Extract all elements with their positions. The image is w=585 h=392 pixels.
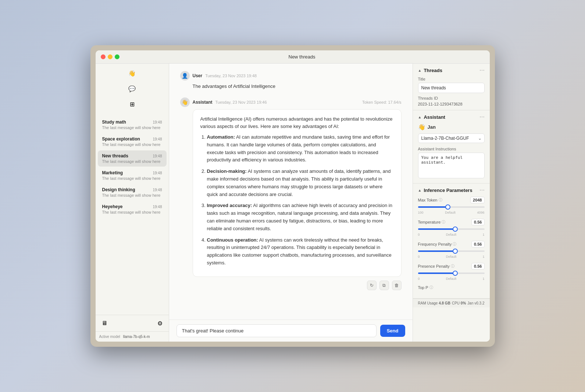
chat-input-area: Send: [169, 320, 413, 342]
window-title: New threads: [120, 54, 485, 60]
temperature-info-icon: ⓘ: [442, 220, 445, 225]
presence-penalty-param: Presence Penalty ⓘ 0.56 0: [418, 263, 485, 281]
assistant-avatar: 👋: [180, 97, 190, 107]
chat-messages: 👤 User Tuesday, 23 Nov 2023 19:48 The ad…: [169, 64, 413, 320]
send-button[interactable]: Send: [380, 325, 405, 337]
top-p-param: Top P ⓘ: [418, 285, 485, 290]
thread-item-marketing[interactable]: Marketing 19:48 The last message will sh…: [98, 167, 167, 183]
model-select[interactable]: Llama-2-7B-Chat-GGUF: [418, 133, 485, 143]
main-window: New threads 👋 💬 ⊞ Study math 19:48 The: [96, 50, 490, 342]
thread-item-heyeheye[interactable]: Heyeheye 19:48 The last message will sho…: [98, 201, 167, 217]
title-bar: New threads: [96, 50, 490, 64]
max-token-param: Max Token ⓘ 2048 100: [418, 197, 485, 214]
close-button[interactable]: [101, 54, 106, 59]
threads-panel-section: ▲ Threads ⋯ Title Threads ID 2023-11-12-…: [413, 64, 490, 110]
message-actions: ↻ ⧉ 🗑: [180, 281, 402, 290]
hand-wave-icon[interactable]: 👋: [127, 68, 137, 78]
inference-panel-section: ▲ Inference Parameters ⋯ Max Token ⓘ 2: [413, 183, 490, 299]
ai-point-4: Continuous operation: AI systems can wor…: [207, 236, 394, 267]
panel-footer: RAM Usage 4.8 GB CPU 0% Jan v0.3.2: [413, 299, 490, 307]
assistant-instructions-input[interactable]: You are a helpful assistant.: [418, 153, 485, 178]
assistant-collapse-icon[interactable]: ▲: [418, 115, 422, 119]
sidebar-icon-row: 👋 💬 ⊞: [96, 64, 169, 114]
ai-point-1: Automation: AI can automate repetitive a…: [207, 133, 394, 164]
delete-button[interactable]: 🗑: [392, 281, 402, 290]
grid-icon[interactable]: ⊞: [127, 99, 137, 109]
assistant-menu-icon[interactable]: ⋯: [479, 114, 485, 120]
ai-point-2: Decision-making: AI systems can analyze …: [207, 168, 394, 198]
frequency-penalty-param: Frequency Penalty ⓘ 0.56: [418, 241, 485, 259]
cpu-usage: CPU 0%: [452, 301, 466, 305]
thread-item-space-exploration[interactable]: Space exploration 19:48 The last message…: [98, 133, 167, 150]
chat-icon[interactable]: 💬: [127, 83, 137, 94]
threads-section-title: Threads: [424, 68, 442, 73]
refresh-button[interactable]: ↻: [367, 281, 377, 290]
copy-button[interactable]: ⧉: [379, 281, 389, 290]
frequency-info-icon: ⓘ: [453, 242, 456, 247]
user-message: 👤 User Tuesday, 23 Nov 2023 19:48 The ad…: [180, 71, 402, 90]
minimize-button[interactable]: [108, 54, 113, 59]
inference-collapse-icon[interactable]: ▲: [418, 188, 422, 192]
assistant-row: 👋 Jan: [418, 124, 485, 131]
inference-menu-icon[interactable]: ⋯: [479, 187, 485, 193]
chat-input[interactable]: [176, 324, 377, 337]
thread-item-study-math[interactable]: Study math 19:48 The last message will s…: [98, 117, 167, 133]
thread-list: Study math 19:48 The last message will s…: [96, 114, 169, 315]
ai-point-3: Improved accuracy: AI algorithms can ach…: [207, 202, 394, 232]
right-panel: ▲ Threads ⋯ Title Threads ID 2023-11-12-…: [413, 64, 490, 342]
model-select-wrapper: Llama-2-7B-Chat-GGUF: [418, 133, 485, 143]
chat-area: 👤 User Tuesday, 23 Nov 2023 19:48 The ad…: [169, 64, 413, 342]
user-avatar: 👤: [180, 71, 190, 81]
ram-usage: RAM Usage 4.8 GB: [418, 301, 450, 305]
max-token-info-icon: ⓘ: [439, 197, 442, 203]
sidebar: 👋 💬 ⊞ Study math 19:48 The last message …: [96, 64, 169, 342]
threads-menu-icon[interactable]: ⋯: [479, 67, 485, 73]
assistant-panel-section: ▲ Assistant ⋯ 👋 Jan Llama-2-7B-Chat-GGUF: [413, 110, 490, 183]
threads-collapse-icon[interactable]: ▲: [418, 68, 422, 72]
window-frame: New threads 👋 💬 ⊞ Study math 19:48 The: [90, 45, 495, 347]
presence-info-icon: ⓘ: [451, 264, 454, 269]
settings-icon[interactable]: ⚙: [155, 318, 165, 328]
active-model-bar: Active model llama-7b-q5-k-m: [96, 331, 169, 342]
temperature-param: Temperature ⓘ 0.56 0: [418, 219, 485, 236]
thread-item-new-threads[interactable]: New threads 19:48 The last message will …: [98, 150, 167, 167]
threads-title-input[interactable]: [418, 83, 485, 93]
assistant-message: 👋 Assistant Tuesday, 23 Nov 2023 19:46 T…: [180, 97, 402, 290]
monitor-icon[interactable]: 🖥: [99, 318, 110, 328]
main-area: 👋 💬 ⊞ Study math 19:48 The last message …: [96, 64, 490, 342]
assistant-bubble: Artificial Intelligence (AI) offers nume…: [193, 109, 402, 277]
version-label: Jan v0.3.2: [467, 301, 484, 305]
assistant-section-title: Assistant: [424, 114, 445, 120]
traffic-lights: [101, 54, 120, 59]
inference-section-title: Inference Parameters: [424, 188, 472, 193]
thread-item-design-thinking[interactable]: Design thinking 19:48 The last message w…: [98, 184, 167, 200]
maximize-button[interactable]: [115, 54, 120, 59]
threads-id-value: 2023-11-12-1293473628: [418, 102, 485, 106]
top-p-info-icon: ⓘ: [429, 285, 433, 290]
